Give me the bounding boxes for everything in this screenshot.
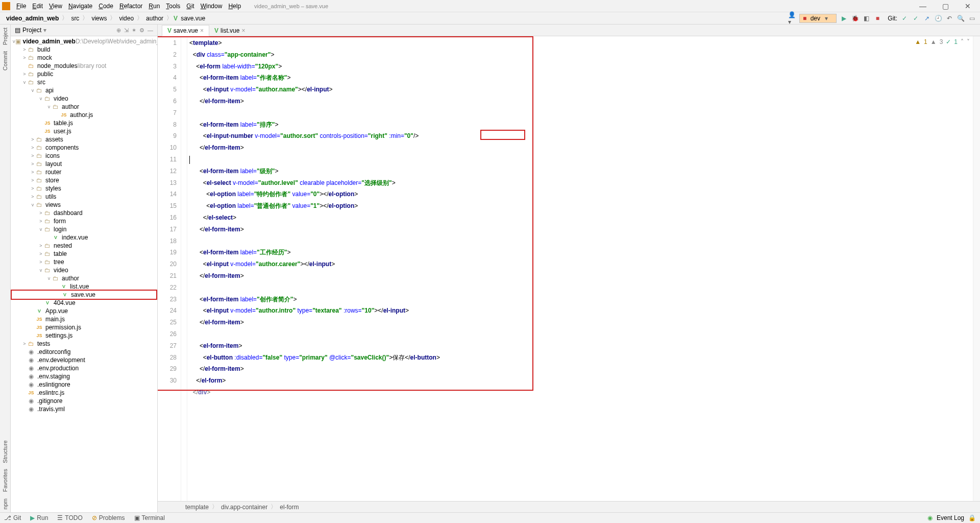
- tab-close-icon[interactable]: ×: [241, 27, 245, 34]
- tree-node[interactable]: ◉.travis.yml: [11, 405, 157, 413]
- tree-node[interactable]: JSsettings.js: [11, 331, 157, 340]
- git-history-icon[interactable]: 🕘: [934, 14, 942, 22]
- git-commit-icon[interactable]: ✓: [912, 14, 920, 22]
- expand-icon[interactable]: ⇲: [124, 27, 129, 34]
- tree-node[interactable]: JSauthor.js: [11, 111, 157, 119]
- tree-node[interactable]: ◉.eslintignore: [11, 381, 157, 389]
- coverage-icon[interactable]: ◧: [862, 14, 870, 22]
- tree-node[interactable]: >🗀components: [11, 144, 157, 152]
- tree-node[interactable]: v🗀video: [11, 266, 157, 274]
- code-editor[interactable]: 1234567891011121314151617181920212223242…: [158, 36, 980, 501]
- tree-node[interactable]: >🗀styles: [11, 184, 157, 193]
- tree-node[interactable]: ◉.env.development: [11, 356, 157, 364]
- tree-node[interactable]: >🗀tree: [11, 258, 157, 266]
- tree-node[interactable]: ◉.gitignore: [11, 397, 157, 405]
- tab-commit[interactable]: Commit: [1, 48, 9, 74]
- crumb[interactable]: div.app-container: [221, 504, 267, 511]
- user-icon[interactable]: 👤▾: [788, 14, 796, 22]
- breadcrumb[interactable]: author: [144, 15, 165, 22]
- tool-git[interactable]: ⎇Git: [4, 514, 21, 521]
- menu-window[interactable]: Window: [198, 2, 226, 11]
- tree-node[interactable]: >🗀assets: [11, 135, 157, 144]
- menu-file[interactable]: File: [13, 2, 29, 11]
- settings-icon[interactable]: ▭: [968, 14, 976, 22]
- tree-node[interactable]: v🗀login: [11, 225, 157, 233]
- search-icon[interactable]: 🔍: [957, 14, 965, 22]
- lock-icon[interactable]: 🔒: [968, 514, 976, 521]
- tree-node[interactable]: >🗀icons: [11, 152, 157, 160]
- git-rollback-icon[interactable]: ↶: [945, 14, 953, 22]
- tree-node[interactable]: >🗀dashboard: [11, 209, 157, 217]
- crumb[interactable]: template: [185, 504, 209, 511]
- menu-run[interactable]: Run: [145, 2, 163, 11]
- tree-node[interactable]: JSmain.js: [11, 315, 157, 323]
- git-update-icon[interactable]: ✓: [900, 14, 909, 22]
- tree-node[interactable]: >🗀mock: [11, 54, 157, 62]
- tree-node[interactable]: >🗀utils: [11, 193, 157, 201]
- settings-icon[interactable]: ⚙: [139, 27, 144, 34]
- tool-problems[interactable]: ⊘Problems: [92, 514, 125, 521]
- tree-node[interactable]: >🗀build: [11, 45, 157, 54]
- collapse-icon[interactable]: ✶: [132, 27, 136, 34]
- tab-favorites[interactable]: Favorites: [1, 466, 9, 495]
- minimize-icon[interactable]: —: [917, 2, 929, 10]
- menu-tools[interactable]: Tools: [163, 2, 183, 11]
- code-content[interactable]: <template> <div class="app-container"> <…: [187, 36, 973, 501]
- menu-refactor[interactable]: Refactor: [116, 2, 145, 11]
- editor-scrollbar[interactable]: [973, 36, 980, 501]
- tree-node[interactable]: Vindex.vue: [11, 233, 157, 242]
- menu-code[interactable]: Code: [95, 2, 116, 11]
- tree-node[interactable]: >🗀tests: [11, 340, 157, 348]
- tree-node[interactable]: v🗀views: [11, 201, 157, 209]
- tree-node[interactable]: ◉.editorconfig: [11, 348, 157, 356]
- tree-node[interactable]: Vsave.vue: [12, 291, 156, 299]
- tree-node[interactable]: >🗀layout: [11, 160, 157, 168]
- tree-node[interactable]: v🗀author: [11, 274, 157, 282]
- menu-navigate[interactable]: Navigate: [65, 2, 95, 11]
- breadcrumb[interactable]: src: [69, 15, 81, 22]
- menu-git[interactable]: Git: [183, 2, 197, 11]
- debug-icon[interactable]: 🐞: [851, 14, 859, 22]
- tree-root[interactable]: v▣video_admin_web D:\Develop\Web\video_a…: [11, 37, 157, 45]
- tree-node[interactable]: v🗀api: [11, 86, 157, 94]
- tree-node[interactable]: VApp.vue: [11, 307, 157, 315]
- crumb[interactable]: el-form: [280, 504, 299, 511]
- tool-run[interactable]: ▶Run: [30, 514, 48, 521]
- tree-node[interactable]: V404.vue: [11, 299, 157, 307]
- menu-edit[interactable]: Edit: [29, 2, 46, 11]
- tree-node[interactable]: JSuser.js: [11, 127, 157, 135]
- run-config-select[interactable]: ■ dev ▾: [799, 14, 837, 23]
- editor-tab-list[interactable]: V list.vue ×: [209, 26, 250, 36]
- tree-node[interactable]: >🗀router: [11, 168, 157, 176]
- tree-node[interactable]: >🗀table: [11, 250, 157, 258]
- project-tree[interactable]: v▣video_admin_web D:\Develop\Web\video_a…: [11, 36, 157, 512]
- tree-node[interactable]: >🗀form: [11, 217, 157, 225]
- tree-node[interactable]: v🗀author: [11, 103, 157, 111]
- breadcrumb-project[interactable]: video_admin_web: [4, 15, 61, 22]
- menu-view[interactable]: View: [46, 2, 65, 11]
- tree-node[interactable]: JSpermission.js: [11, 323, 157, 331]
- chevron-up-icon[interactable]: ˄: [961, 38, 964, 45]
- git-push-icon[interactable]: ↗: [923, 14, 931, 22]
- tab-close-icon[interactable]: ×: [200, 27, 204, 34]
- tree-node[interactable]: v🗀src: [11, 78, 157, 86]
- event-log-button[interactable]: Event Log: [937, 514, 964, 521]
- breadcrumb-file[interactable]: save.vue: [179, 15, 207, 22]
- tool-terminal[interactable]: ▣Terminal: [134, 514, 165, 521]
- editor-tab-save[interactable]: V save.vue ×: [162, 25, 209, 36]
- hide-icon[interactable]: —: [148, 27, 153, 34]
- close-icon[interactable]: ✕: [962, 2, 974, 10]
- tab-project[interactable]: Project: [1, 25, 9, 48]
- tree-node[interactable]: >🗀nested: [11, 242, 157, 250]
- inspection-badges[interactable]: ▲1 ▲3 ✓1 ˄ ˅: [915, 38, 970, 45]
- tree-node[interactable]: v🗀video: [11, 94, 157, 103]
- tab-npm[interactable]: npm: [1, 495, 9, 512]
- tree-node[interactable]: JStable.js: [11, 119, 157, 127]
- menu-help[interactable]: Help: [225, 2, 244, 11]
- tree-node[interactable]: >🗀store: [11, 176, 157, 184]
- tree-node[interactable]: JS.eslintrc.js: [11, 389, 157, 397]
- tree-node[interactable]: ◉.env.production: [11, 364, 157, 372]
- tab-structure[interactable]: Structure: [1, 437, 9, 466]
- select-opened-icon[interactable]: ⊕: [116, 27, 121, 34]
- stop-icon[interactable]: ■: [873, 14, 881, 22]
